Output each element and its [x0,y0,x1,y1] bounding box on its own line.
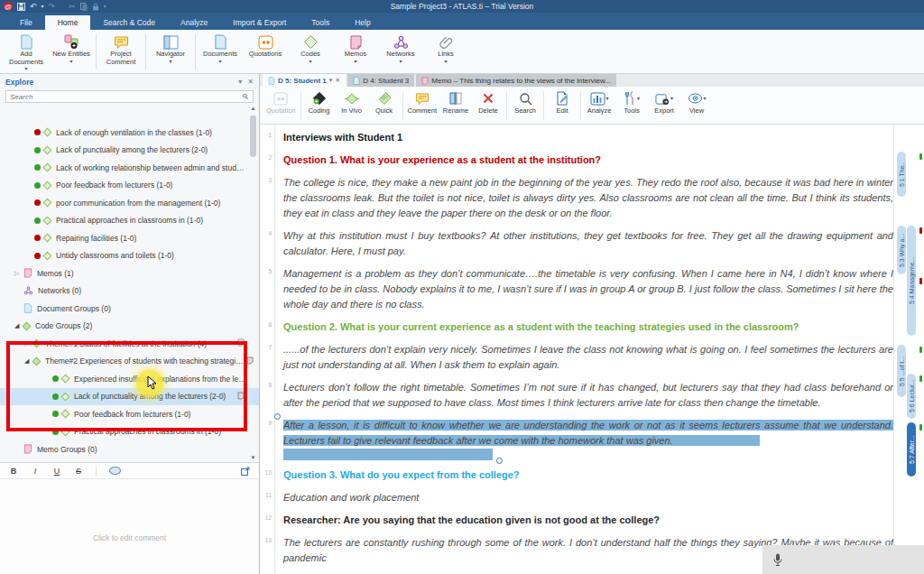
tab-close-icon[interactable]: ✕ [335,77,340,84]
tree-scrollbar[interactable]: ▲ ▼ [249,105,257,462]
tree-item-code-selected[interactable]: Lack of punctuality among the lecturers … [0,388,259,406]
comment-button[interactable]: Comment [405,88,440,124]
tree-item-theme2[interactable]: ◢Theme#2 Experiences of students with te… [0,353,259,371]
comment-placeholder[interactable]: Click to edit comment [0,533,259,542]
tree-item-theme1[interactable]: ▷Theme#1 Status of facilities at the ins… [0,335,259,353]
tree-item-code[interactable]: Poor feedback from lecturers (1-0) [0,405,259,423]
save-icon[interactable] [17,3,25,11]
tree-item-code[interactable]: Experienced insufficient explanations fr… [0,370,259,388]
document-content[interactable]: 1Interviews with Student 1 2Question 1. … [260,125,924,574]
tree-item-code[interactable]: Lack of enough ventilation in the classe… [0,124,259,142]
tab-dropdown-caret[interactable]: ▾ [329,77,333,84]
paragraph[interactable]: 6Question 2. What is your current experi… [260,319,893,335]
lock-caret-icon[interactable]: ▾ [104,2,106,11]
view-button[interactable]: ▾ View [680,88,713,124]
new-entities-button[interactable]: New Entities▾ [49,32,94,72]
paragraph[interactable]: 1Interviews with Student 1 [260,130,893,145]
scroll-up-icon[interactable]: ▲ [249,105,257,113]
documents-button[interactable]: Documents▾ [198,32,243,72]
dictation-bar[interactable] [762,545,924,574]
underline-button[interactable]: U [52,467,61,476]
menu-tab-file[interactable]: File [7,15,45,30]
tree-item-code[interactable]: poor communication from the management (… [0,194,259,212]
in-vivo-button[interactable]: In Vivo [336,88,368,124]
panel-close-icon[interactable]: ✕ [247,78,254,86]
analyze-button[interactable]: ▾ Analyze [583,88,615,124]
scroll-down-icon[interactable]: ▼ [249,454,257,462]
quotation-bar-selected[interactable]: 5:7 After... [907,422,916,477]
search-input[interactable] [10,93,242,101]
networks-button[interactable]: Networks▾ [378,32,423,72]
menu-tab-help[interactable]: Help [342,15,383,30]
paragraph[interactable]: 8Lecturers don’t follow the right timeta… [260,380,893,411]
export-button[interactable]: ▾ Export [648,88,680,124]
paragraph[interactable]: 12Researcher: Are you saying that the ed… [260,513,893,528]
tree-item-memos[interactable]: ▷ Memos (1) [0,264,259,282]
tree-item-code[interactable]: Lack of punctuality among the lecturers … [0,142,259,160]
paragraph-selected-quotation[interactable]: 9 After a lesson, it is difficult to kno… [260,418,893,460]
quotation-bar[interactable]: 5:1 The.. [897,152,906,197]
visibility-icon[interactable] [109,467,121,475]
tab-d4-student3[interactable]: D 4: Student 3 [347,74,414,87]
paragraph[interactable]: 7......of the lecturers don’t explain ve… [260,342,893,373]
project-comment-button[interactable]: Project Comment [98,32,143,72]
navigator-button[interactable]: Navigator▾ [148,32,193,72]
tools-button[interactable]: ▾ Tools [615,88,648,124]
strikethrough-button[interactable]: S [74,467,83,476]
selection-start-handle[interactable] [274,413,281,420]
tree-item-code[interactable]: Poor feedback from lecturers (1-0) [0,177,259,195]
undo-caret-icon[interactable]: ▾ [42,2,44,11]
comment-editor[interactable]: B I U S Click to edit comment [0,462,259,574]
expand-arrow-icon[interactable]: ▷ [14,270,23,277]
scrollbar-thumb[interactable] [250,116,256,157]
search-button[interactable]: Search [509,88,541,124]
tree-item-code[interactable]: Practical approaches in classrooms in (1… [0,423,259,441]
add-documents-button[interactable]: Add Documents▾ [4,32,49,72]
paragraph[interactable]: 10Question 3. What do you expect from th… [260,468,893,483]
menu-tab-search-code[interactable]: Search & Code [90,15,168,30]
quotation-bar[interactable]: 5:3 Why a... [897,226,906,274]
quotation-bar[interactable]: 5:6 Lectur... [907,374,916,419]
lock-icon[interactable] [92,3,99,11]
bold-button[interactable]: B [9,467,18,476]
paragraph-list[interactable]: 1Interviews with Student 1 2Question 1. … [260,130,893,574]
tree-item-memo-groups[interactable]: Memo Groups (0) [0,440,259,458]
paragraph[interactable]: 2Question 1. What is your experience as … [260,153,893,168]
microphone-icon[interactable] [773,553,782,567]
edit-button[interactable]: Edit [546,88,578,124]
tree-item-code-groups[interactable]: ◢Code Groups (2) [0,318,259,336]
tab-memo[interactable]: Memo – This thing relates to the views o… [416,74,616,87]
selection-end-handle[interactable] [496,458,503,464]
paragraph[interactable]: 5Management is a problem as they don’t c… [260,266,893,312]
quotation-bar[interactable]: 5:4 Manageme... [907,226,916,336]
rename-button[interactable]: Rename [439,88,472,124]
delete-button[interactable]: Delete [472,88,504,124]
menu-tab-tools[interactable]: Tools [299,15,342,30]
tree-item-code[interactable]: Lack of working relationship between adm… [0,159,259,177]
coding-button[interactable]: Coding [303,88,336,124]
menu-tab-analyze[interactable]: Analyze [168,15,220,30]
undo-icon[interactable]: ↶ [30,2,37,11]
redo-icon[interactable]: ↷ [49,2,56,11]
tree-item-code[interactable]: Untidy classrooms and toilets (1-0) [0,247,259,265]
tree-item-networks[interactable]: Networks (0) [0,282,259,301]
paragraph[interactable]: 11Education and work placement [260,490,893,505]
tree-item-code[interactable]: Practical approaches in classrooms in (1… [0,212,259,230]
links-button[interactable]: Links▾ [423,32,468,72]
panel-dropdown-caret-icon[interactable]: ▾ [238,78,242,86]
quick-coding-button[interactable]: Quick [368,88,401,124]
explore-search[interactable]: 🔍︎ [5,90,254,103]
quotations-button[interactable]: Quotations [243,32,288,72]
italic-button[interactable]: I [31,467,40,476]
menu-tab-import-export[interactable]: Import & Export [220,15,299,30]
quotation-bar[interactable]: 5:5 ...of t... [897,345,906,397]
tab-d5-student1[interactable]: D 5: Student 1 ▾ ✕ [263,74,346,87]
open-in-window-icon[interactable] [241,467,250,476]
codes-button[interactable]: Codes▾ [288,32,333,72]
menu-tab-home[interactable]: Home [45,15,91,30]
paragraph[interactable]: 4Why at this institution must I buy text… [260,228,893,259]
tree-item-document-groups[interactable]: Document Groups (0) [0,300,259,318]
memos-button[interactable]: Memos▾ [333,32,378,72]
paragraph[interactable]: 3The college is nice, they make a new pa… [260,175,893,221]
tree-item-code[interactable]: Repairing facilities (1-0) [0,229,259,247]
